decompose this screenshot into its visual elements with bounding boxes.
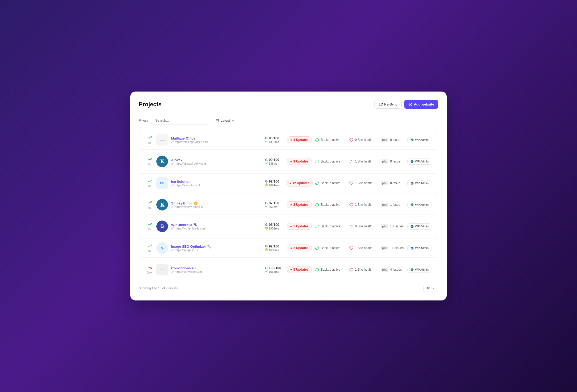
score-number: 96/100 [269,136,279,140]
header-actions: Re-Sync Add website [374,100,438,109]
backup-col: Backup active [315,268,349,272]
score-value: G 97/100 [265,201,279,205]
updates-col: ● 9 Updates [283,158,315,165]
score-value: G 96/100 [265,136,279,140]
site-name[interactable]: WP Umbrella 🌂 [171,223,262,227]
health-col: 1 Site health [349,181,381,185]
updates-badge[interactable]: ● 2 Updates [287,201,312,208]
updates-badge[interactable]: ● 12 Updates [286,180,313,187]
site-url: https://ice-solution.fr [171,184,262,187]
site-logo: ◎ [156,242,168,254]
updates-badge[interactable]: ● 5 Updates [287,266,312,273]
link-icon [171,141,174,143]
svg-text:W: W [411,182,413,184]
site-name[interactable]: Airwax [171,158,262,162]
site-info: Airwax https://airwaxfreefly.com [171,158,262,165]
site-name[interactable]: Smiley Emoji 😊 [171,201,262,205]
wp-admin-button[interactable]: W WP Admin [407,267,431,273]
add-label: Add website [414,102,434,106]
score-number: 95/100 [269,223,279,227]
updates-badge[interactable]: ● 3 Updates [287,136,312,143]
link-icon [171,184,174,187]
score-col: G 97/100 1682ms [262,244,283,252]
table-row: Up 𝐊 Airwax https://airwaxfreefly.com G … [139,152,438,171]
health-icon [349,246,353,250]
add-website-button[interactable]: Add website [404,100,438,109]
speed-label: 1682ms [269,248,279,252]
php-label: 0 Issue [390,138,400,142]
site-url: https://convictions.eu [171,270,262,273]
status-up-icon [148,222,152,227]
health-label: 1 Site health [355,203,373,207]
health-label: 0 Site health [355,224,373,228]
link-icon [171,162,174,165]
link-icon [171,205,174,208]
site-url: https://airwaxfreefly.com [171,162,262,165]
wp-admin-button[interactable]: W WP Admin [407,137,431,143]
backup-label: Backup active [321,268,340,271]
sort-button[interactable]: Latest [212,116,237,125]
status-down-icon [148,265,152,271]
score-number: 97/100 [269,201,279,205]
site-info: Ice Solution https://ice-solution.fr [171,180,262,187]
wp-admin-button[interactable]: W WP Admin [407,202,431,208]
admin-col: W WP Admin [407,202,434,208]
php-icon: php [381,181,388,185]
site-info: Convictions.eu https://convictions.eu [171,266,262,273]
wp-admin-button[interactable]: W WP Admin [407,159,431,165]
status-up-icon [148,179,152,184]
php-label: 1 Issue [390,203,400,207]
backup-col: Backup active [315,246,349,250]
site-name[interactable]: Ice Solution [171,180,262,184]
backup-icon [315,224,319,228]
health-label: 1 Site health [355,246,373,250]
status-label: Up [148,228,152,231]
wp-admin-button[interactable]: W WP Admin [407,245,431,251]
php-col: php 0 Issue [381,181,407,185]
updates-col: ● 2 Updates [283,201,315,208]
status-label: Up [148,250,152,252]
health-icon [349,203,353,207]
health-icon [349,160,353,164]
speed-value: 652ms [265,205,277,208]
admin-label: WP Admin [415,225,429,228]
svg-text:W: W [411,269,413,270]
site-info: WP Umbrella 🌂 https://wp-umbrella.com [171,223,262,230]
updates-label: 5 Updates [293,224,308,228]
updates-label: 9 Updates [293,160,308,163]
status-up-icon [148,157,152,162]
backup-icon [315,181,319,185]
speed-icon [265,140,268,144]
resync-icon [379,103,383,106]
wp-admin-button[interactable]: W WP Admin [407,223,431,230]
updates-label: 3 Updates [293,138,308,142]
health-col: 1 Site health [349,268,381,272]
wordpress-icon: W [410,160,414,163]
site-name[interactable]: Maillage Office [171,136,262,140]
site-name[interactable]: Convictions.eu [171,266,262,270]
health-label: 1 Site health [355,181,373,185]
updates-badge[interactable]: ● 2 Updates [287,245,312,251]
health-col: 1 Site health [349,246,381,250]
resync-button[interactable]: Re-Sync [374,100,402,109]
backup-col: Backup active [315,160,349,164]
site-name[interactable]: Image SEO Optimizer 🔧 [171,245,262,248]
updates-badge[interactable]: ● 5 Updates [287,223,312,230]
search-input[interactable] [151,116,209,125]
status-col: Up [143,136,156,144]
speed-label: 1064ms [269,270,279,273]
speed-icon [265,183,268,187]
admin-col: W WP Admin [407,223,434,230]
updates-badge[interactable]: ● 9 Updates [287,158,312,165]
status-up-icon [148,244,152,249]
site-url: https://maillage-office.com [171,140,262,144]
backup-col: Backup active [315,203,349,207]
health-col: 1 Site health [349,160,381,164]
score-number: 97/100 [269,179,279,183]
per-page-select[interactable]: 10 [423,285,438,292]
wp-admin-button[interactable]: W WP Admin [407,180,431,186]
speed-label: 1312ms [269,140,279,144]
score-number: 100/100 [269,266,281,270]
php-label: 0 Issue [390,160,400,163]
admin-label: WP Admin [415,181,429,185]
